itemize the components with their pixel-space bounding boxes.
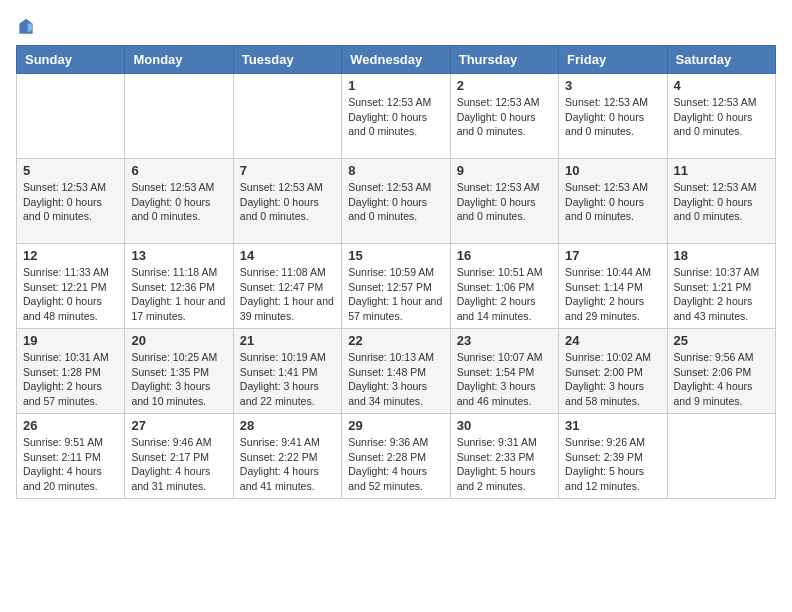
- header: [16, 16, 776, 37]
- day-cell: 31Sunrise: 9:26 AM Sunset: 2:39 PM Dayli…: [559, 414, 667, 499]
- day-cell: 25Sunrise: 9:56 AM Sunset: 2:06 PM Dayli…: [667, 329, 775, 414]
- day-info: Sunrise: 9:46 AM Sunset: 2:17 PM Dayligh…: [131, 435, 226, 494]
- day-info: Sunset: 12:53 AM Daylight: 0 hours and 0…: [457, 180, 552, 224]
- day-cell: [125, 74, 233, 159]
- day-info: Sunrise: 10:59 AM Sunset: 12:57 PM Dayli…: [348, 265, 443, 324]
- day-number: 5: [23, 163, 118, 178]
- day-cell: 14Sunrise: 11:08 AM Sunset: 12:47 PM Day…: [233, 244, 341, 329]
- day-cell: 18Sunrise: 10:37 AM Sunset: 1:21 PM Dayl…: [667, 244, 775, 329]
- col-header-tuesday: Tuesday: [233, 46, 341, 74]
- day-number: 25: [674, 333, 769, 348]
- day-cell: 1Sunset: 12:53 AM Daylight: 0 hours and …: [342, 74, 450, 159]
- day-number: 31: [565, 418, 660, 433]
- day-cell: 9Sunset: 12:53 AM Daylight: 0 hours and …: [450, 159, 558, 244]
- col-header-sunday: Sunday: [17, 46, 125, 74]
- day-cell: 13Sunrise: 11:18 AM Sunset: 12:36 PM Day…: [125, 244, 233, 329]
- day-number: 2: [457, 78, 552, 93]
- day-number: 29: [348, 418, 443, 433]
- calendar-table: SundayMondayTuesdayWednesdayThursdayFrid…: [16, 45, 776, 499]
- day-number: 20: [131, 333, 226, 348]
- day-info: Sunrise: 9:36 AM Sunset: 2:28 PM Dayligh…: [348, 435, 443, 494]
- day-cell: 12Sunrise: 11:33 AM Sunset: 12:21 PM Day…: [17, 244, 125, 329]
- day-info: Sunrise: 9:31 AM Sunset: 2:33 PM Dayligh…: [457, 435, 552, 494]
- day-info: Sunrise: 10:44 AM Sunset: 1:14 PM Daylig…: [565, 265, 660, 324]
- day-cell: 11Sunset: 12:53 AM Daylight: 0 hours and…: [667, 159, 775, 244]
- day-info: Sunrise: 11:18 AM Sunset: 12:36 PM Dayli…: [131, 265, 226, 324]
- day-number: 4: [674, 78, 769, 93]
- col-header-friday: Friday: [559, 46, 667, 74]
- day-info: Sunrise: 9:41 AM Sunset: 2:22 PM Dayligh…: [240, 435, 335, 494]
- week-row-4: 26Sunrise: 9:51 AM Sunset: 2:11 PM Dayli…: [17, 414, 776, 499]
- day-cell: 27Sunrise: 9:46 AM Sunset: 2:17 PM Dayli…: [125, 414, 233, 499]
- day-info: Sunrise: 10:31 AM Sunset: 1:28 PM Daylig…: [23, 350, 118, 409]
- col-header-monday: Monday: [125, 46, 233, 74]
- day-info: Sunrise: 9:51 AM Sunset: 2:11 PM Dayligh…: [23, 435, 118, 494]
- day-info: Sunset: 12:53 AM Daylight: 0 hours and 0…: [674, 95, 769, 139]
- day-info: Sunrise: 10:02 AM Sunset: 2:00 PM Daylig…: [565, 350, 660, 409]
- day-info: Sunrise: 11:08 AM Sunset: 12:47 PM Dayli…: [240, 265, 335, 324]
- day-info: Sunset: 12:53 AM Daylight: 0 hours and 0…: [23, 180, 118, 224]
- day-cell: 20Sunrise: 10:25 AM Sunset: 1:35 PM Dayl…: [125, 329, 233, 414]
- day-cell: 28Sunrise: 9:41 AM Sunset: 2:22 PM Dayli…: [233, 414, 341, 499]
- day-cell: 8Sunset: 12:53 AM Daylight: 0 hours and …: [342, 159, 450, 244]
- day-cell: 15Sunrise: 10:59 AM Sunset: 12:57 PM Day…: [342, 244, 450, 329]
- day-info: Sunset: 12:53 AM Daylight: 0 hours and 0…: [240, 180, 335, 224]
- day-cell: 7Sunset: 12:53 AM Daylight: 0 hours and …: [233, 159, 341, 244]
- day-info: Sunset: 12:53 AM Daylight: 0 hours and 0…: [565, 180, 660, 224]
- day-cell: 5Sunset: 12:53 AM Daylight: 0 hours and …: [17, 159, 125, 244]
- day-number: 21: [240, 333, 335, 348]
- day-number: 16: [457, 248, 552, 263]
- day-number: 27: [131, 418, 226, 433]
- day-info: Sunset: 12:53 AM Daylight: 0 hours and 0…: [131, 180, 226, 224]
- day-cell: 26Sunrise: 9:51 AM Sunset: 2:11 PM Dayli…: [17, 414, 125, 499]
- week-row-1: 5Sunset: 12:53 AM Daylight: 0 hours and …: [17, 159, 776, 244]
- day-info: Sunset: 12:53 AM Daylight: 0 hours and 0…: [674, 180, 769, 224]
- day-cell: 29Sunrise: 9:36 AM Sunset: 2:28 PM Dayli…: [342, 414, 450, 499]
- day-number: 24: [565, 333, 660, 348]
- day-number: 28: [240, 418, 335, 433]
- col-header-wednesday: Wednesday: [342, 46, 450, 74]
- day-number: 6: [131, 163, 226, 178]
- day-cell: [233, 74, 341, 159]
- logo: [16, 16, 40, 37]
- day-number: 9: [457, 163, 552, 178]
- day-info: Sunrise: 10:51 AM Sunset: 1:06 PM Daylig…: [457, 265, 552, 324]
- day-cell: 4Sunset: 12:53 AM Daylight: 0 hours and …: [667, 74, 775, 159]
- day-number: 12: [23, 248, 118, 263]
- day-cell: 22Sunrise: 10:13 AM Sunset: 1:48 PM Dayl…: [342, 329, 450, 414]
- day-info: Sunrise: 9:56 AM Sunset: 2:06 PM Dayligh…: [674, 350, 769, 409]
- day-info: Sunset: 12:53 AM Daylight: 0 hours and 0…: [565, 95, 660, 139]
- day-cell: 3Sunset: 12:53 AM Daylight: 0 hours and …: [559, 74, 667, 159]
- day-info: Sunrise: 10:13 AM Sunset: 1:48 PM Daylig…: [348, 350, 443, 409]
- day-cell: 21Sunrise: 10:19 AM Sunset: 1:41 PM Dayl…: [233, 329, 341, 414]
- day-number: 30: [457, 418, 552, 433]
- day-number: 8: [348, 163, 443, 178]
- week-row-2: 12Sunrise: 11:33 AM Sunset: 12:21 PM Day…: [17, 244, 776, 329]
- col-header-thursday: Thursday: [450, 46, 558, 74]
- day-number: 23: [457, 333, 552, 348]
- day-number: 14: [240, 248, 335, 263]
- day-number: 22: [348, 333, 443, 348]
- day-number: 17: [565, 248, 660, 263]
- day-info: Sunrise: 10:37 AM Sunset: 1:21 PM Daylig…: [674, 265, 769, 324]
- day-info: Sunrise: 10:25 AM Sunset: 1:35 PM Daylig…: [131, 350, 226, 409]
- logo-icon: [16, 17, 36, 37]
- day-number: 13: [131, 248, 226, 263]
- calendar-header-row: SundayMondayTuesdayWednesdayThursdayFrid…: [17, 46, 776, 74]
- day-info: Sunrise: 10:19 AM Sunset: 1:41 PM Daylig…: [240, 350, 335, 409]
- day-cell: [667, 414, 775, 499]
- day-number: 3: [565, 78, 660, 93]
- day-cell: 19Sunrise: 10:31 AM Sunset: 1:28 PM Dayl…: [17, 329, 125, 414]
- day-number: 7: [240, 163, 335, 178]
- col-header-saturday: Saturday: [667, 46, 775, 74]
- day-cell: [17, 74, 125, 159]
- day-number: 26: [23, 418, 118, 433]
- day-cell: 6Sunset: 12:53 AM Daylight: 0 hours and …: [125, 159, 233, 244]
- day-number: 15: [348, 248, 443, 263]
- day-cell: 23Sunrise: 10:07 AM Sunset: 1:54 PM Dayl…: [450, 329, 558, 414]
- day-info: Sunset: 12:53 AM Daylight: 0 hours and 0…: [457, 95, 552, 139]
- day-cell: 2Sunset: 12:53 AM Daylight: 0 hours and …: [450, 74, 558, 159]
- day-cell: 24Sunrise: 10:02 AM Sunset: 2:00 PM Dayl…: [559, 329, 667, 414]
- day-number: 18: [674, 248, 769, 263]
- day-info: Sunset: 12:53 AM Daylight: 0 hours and 0…: [348, 180, 443, 224]
